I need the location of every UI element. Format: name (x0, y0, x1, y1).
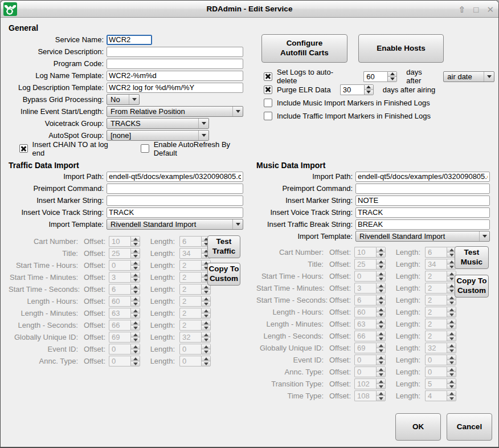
auto-delete-basis-dropdown[interactable]: air date (443, 71, 494, 82)
spin-up-icon (377, 271, 385, 276)
chevron-down-icon (198, 131, 208, 140)
test-traffic-button[interactable]: Test Traffic (207, 235, 240, 258)
spin-down-icon[interactable] (365, 89, 373, 95)
autospot-group-dropdown[interactable]: [none] (107, 130, 209, 141)
length-value: 2 (425, 319, 447, 329)
offset-label: Offset: (81, 273, 109, 282)
music-insert-marker-input[interactable] (355, 196, 490, 206)
spin-up-icon[interactable] (388, 72, 396, 76)
service-description-input[interactable] (107, 47, 243, 57)
offset-row-label: Annc. Type: (256, 368, 327, 376)
chevron-down-icon (479, 231, 489, 241)
inline-event-dropdown[interactable]: From Relative Position (107, 106, 243, 117)
music-insert-voice-track-input[interactable] (355, 207, 490, 218)
offset-row-label: Length - Seconds: (256, 332, 327, 340)
autospot-group-value: [none] (107, 131, 198, 140)
offset-row-label: Title: (9, 249, 81, 258)
traffic-form: Import Path: Preimport Command: Insert M… (9, 170, 253, 230)
traffic-insert-voice-track-input[interactable] (107, 207, 243, 218)
spin-down-icon (447, 384, 456, 389)
offset-spinbox: 10 (354, 247, 386, 258)
traffic-preimport-command-input[interactable] (107, 184, 243, 194)
offset-value: 10 (354, 247, 376, 258)
spin-down-icon (447, 336, 456, 341)
spin-down-icon (377, 324, 385, 329)
offset-label: Offset: (81, 357, 109, 365)
length-label: Length: (395, 356, 425, 364)
length-label: Length: (395, 320, 425, 328)
traffic-markers-checkbox[interactable] (264, 112, 272, 120)
configure-autofill-carts-button[interactable]: Configure Autofill Carts (261, 34, 347, 63)
log-name-template-input[interactable] (107, 71, 243, 81)
offset-row: Title: Offset: 25 Length: 34 (9, 247, 211, 259)
length-label: Length: (395, 272, 425, 280)
traffic-import-path-input[interactable] (107, 172, 243, 182)
music-import-template-dropdown[interactable]: Rivendell Standard Import (355, 231, 490, 242)
purge-elr-checkbox[interactable] (264, 85, 272, 94)
traffic-import-template-dropdown[interactable]: Rivendell Standard Import (107, 219, 243, 230)
traffic-insert-marker-input[interactable] (107, 196, 243, 206)
length-spinbox: 0 (425, 355, 456, 365)
spin-up-icon (377, 391, 385, 396)
voicetrack-group-dropdown[interactable]: TRACKS (107, 118, 209, 129)
offset-row-label: Event ID: (256, 356, 327, 364)
button-label-line: Copy To (209, 264, 239, 274)
length-spinbox: 2 (179, 308, 211, 319)
shade-window-icon[interactable]: ⇧ (459, 5, 466, 14)
spin-down-icon[interactable] (388, 76, 396, 82)
length-value: 2 (425, 271, 447, 282)
spin-up-icon (447, 355, 456, 360)
purge-elr-days-spinbox[interactable]: 30 (340, 84, 374, 95)
button-label-line: Test (464, 248, 480, 258)
traffic-markers-label: Include Traffic Import Markers in Finish… (277, 112, 431, 120)
program-code-input[interactable] (107, 59, 243, 69)
window-title: RDAdmin - Edit Service (1, 5, 498, 13)
offset-row: Length - Minutes: Offset: 63 Length: 2 (9, 307, 211, 319)
music-offset-table: Cart Number: Offset: 10 Length: 6 Title:… (256, 246, 456, 402)
spin-down-icon (131, 289, 140, 294)
offset-row: Annc. Type: Offset: 0 Length: 0 (256, 366, 456, 378)
spin-up-icon (131, 249, 140, 253)
service-name-input[interactable] (107, 35, 152, 45)
music-insert-traffic-break-input[interactable] (355, 219, 490, 230)
autorefresh-checkbox[interactable] (141, 144, 149, 153)
test-music-button[interactable]: Test Music (455, 246, 489, 269)
spin-down-icon (131, 265, 140, 270)
offset-row-label: Start Time - Seconds: (9, 285, 81, 294)
spin-down-icon (202, 325, 210, 330)
spin-down-icon (131, 313, 140, 318)
offset-label: Offset: (81, 321, 109, 329)
spin-up-icon (131, 272, 140, 277)
length-label: Length: (150, 237, 179, 246)
maximize-window-icon[interactable]: □ (473, 5, 478, 14)
music-preimport-command-input[interactable] (355, 184, 490, 194)
offset-label: Offset: (81, 297, 109, 306)
offset-value: 102 (354, 378, 376, 389)
spin-up-icon (377, 283, 385, 288)
auto-delete-days-spinbox[interactable]: 60 (363, 71, 397, 82)
traffic-copy-to-custom-button[interactable]: Copy To Custom (207, 263, 240, 286)
bypass-grid-dropdown[interactable]: No (107, 94, 140, 105)
length-label: Length: (150, 297, 179, 306)
music-copy-to-custom-button[interactable]: Copy To Custom (455, 275, 489, 298)
chain-to-checkbox[interactable] (19, 144, 28, 153)
length-label: Length: (395, 296, 425, 304)
spin-up-icon[interactable] (365, 85, 373, 89)
ok-button[interactable]: OK (395, 413, 441, 441)
spin-down-icon (131, 241, 140, 246)
music-import-path-input[interactable] (355, 172, 490, 182)
offset-spinbox: 6 (109, 284, 140, 295)
cancel-button[interactable]: Cancel (447, 413, 492, 441)
title-bar[interactable]: RDAdmin - Edit Service ⇧ □ ✕ (1, 1, 498, 18)
close-window-icon[interactable]: ✕ (486, 5, 494, 14)
offset-spinbox: 0 (354, 271, 386, 282)
general-form: Service Name: Service Description: Progr… (9, 34, 253, 154)
enable-hosts-button[interactable]: Enable Hosts (358, 34, 444, 63)
log-description-template-input[interactable] (107, 83, 243, 93)
length-spinbox: 2 (425, 319, 456, 329)
music-markers-checkbox[interactable] (264, 99, 272, 107)
auto-delete-checkbox[interactable] (264, 72, 272, 81)
button-label-line: Autofill Carts (280, 48, 329, 58)
offset-spinbox: 25 (354, 259, 386, 270)
length-spinbox: 2 (179, 272, 211, 283)
